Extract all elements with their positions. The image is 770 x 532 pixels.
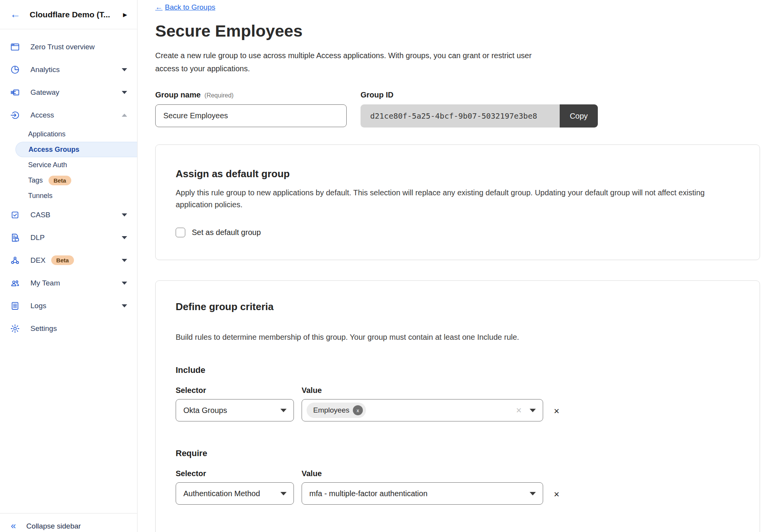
sub-item-label: Tags [28, 176, 43, 185]
group-id-label: Group ID [361, 91, 394, 99]
sidebar-item-applications[interactable]: Applications [0, 126, 137, 142]
chevron-down-icon[interactable] [122, 91, 127, 94]
sidebar-nav: Zero Trust overview Analytics Gateway Ac… [0, 29, 137, 340]
include-selector-dropdown[interactable]: Okta Groups [176, 399, 294, 421]
sidebar-item-my-team[interactable]: My Team [0, 272, 137, 294]
gear-icon [10, 324, 20, 334]
require-selector-dropdown[interactable]: Authentication Method [176, 482, 294, 505]
set-default-group-row[interactable]: Set as default group [176, 228, 740, 237]
sidebar-item-settings[interactable]: Settings [0, 317, 137, 340]
back-link-label: Back to Groups [165, 3, 215, 12]
sidebar-item-dex[interactable]: DEX Beta [0, 249, 137, 272]
collapse-sidebar-label: Collapse sidebar [26, 522, 81, 530]
include-selector-value: Okta Groups [183, 406, 227, 415]
chip-label: Employees [313, 406, 349, 415]
chevron-down-icon[interactable] [122, 213, 127, 216]
employees-chip: Employees x [307, 403, 366, 418]
browser-window-icon [10, 42, 20, 52]
sub-item-label: Access Groups [29, 146, 79, 154]
network-cluster-icon [10, 255, 20, 265]
default-group-card-description: Apply this rule group to new application… [176, 187, 736, 211]
sidebar-item-label: Access [30, 111, 54, 119]
chevron-down-icon[interactable] [122, 282, 127, 285]
clear-values-icon[interactable]: ✕ [516, 406, 522, 415]
chevron-up-icon[interactable] [122, 114, 127, 117]
group-name-field: Group name (Required) [155, 91, 347, 128]
sub-item-label: Applications [28, 130, 65, 138]
value-label: Value [302, 386, 543, 395]
back-arrow-icon: ← [155, 3, 163, 12]
page-title: Secure Employees [155, 22, 770, 40]
expand-account-icon[interactable]: ▶ [123, 12, 127, 18]
sidebar-item-label: CASB [30, 211, 50, 219]
sidebar-item-label: Settings [30, 324, 57, 333]
group-id-field: Group ID d21ce80f-5a25-4bcf-9b07-5032197… [361, 91, 598, 128]
page-description: Create a new rule group to use across mu… [155, 49, 535, 75]
sidebar-item-label: DLP [30, 233, 45, 242]
include-value-multiselect[interactable]: Employees x ✕ [302, 399, 543, 421]
sidebar-item-label: DEX [30, 256, 45, 265]
back-arrow-icon[interactable]: ← [10, 9, 20, 20]
required-hint: (Required) [205, 92, 234, 99]
gateway-icon [10, 87, 20, 97]
chip-remove-icon[interactable]: x [353, 405, 363, 415]
copy-button[interactable]: Copy [560, 104, 598, 128]
account-title[interactable]: Cloudflare Demo (T... [30, 10, 110, 19]
sidebar-item-tags[interactable]: Tags Beta [0, 173, 137, 188]
sidebar-item-service-auth[interactable]: Service Auth [0, 157, 137, 173]
chevron-down-icon[interactable] [122, 236, 127, 239]
casb-check-box-icon [10, 210, 20, 220]
sidebar: ← Cloudflare Demo (T... ▶ Zero Trust ove… [0, 0, 138, 532]
pie-chart-icon [10, 65, 20, 75]
require-selector-value: Authentication Method [183, 489, 260, 498]
back-to-groups-link[interactable]: ← Back to Groups [155, 3, 215, 12]
chevron-down-icon [280, 492, 287, 495]
include-heading: Include [176, 365, 740, 375]
chevron-down-icon [530, 409, 536, 412]
remove-require-rule-icon[interactable]: ✕ [554, 491, 560, 498]
log-list-icon [10, 301, 20, 311]
chevron-down-icon [530, 492, 536, 495]
collapse-sidebar-button[interactable]: « Collapse sidebar [0, 513, 137, 532]
require-rule-row: Selector Authentication Method Value mfa… [176, 469, 740, 505]
require-value-text: mfa - multiple-factor authentication [309, 489, 428, 498]
sidebar-item-gateway[interactable]: Gateway [0, 81, 137, 104]
sidebar-item-label: Logs [30, 302, 46, 310]
sidebar-item-dlp[interactable]: DLP [0, 226, 137, 249]
sidebar-item-tunnels[interactable]: Tunnels [0, 188, 137, 203]
people-icon [10, 278, 20, 288]
include-rule-row: Selector Okta Groups Value Employees x ✕ [176, 386, 740, 421]
beta-badge: Beta [49, 176, 71, 185]
sidebar-item-analytics[interactable]: Analytics [0, 58, 137, 81]
selector-label: Selector [176, 386, 294, 395]
access-submenu: Applications Access Groups Service Auth … [0, 126, 137, 203]
sidebar-item-label: Gateway [30, 88, 59, 97]
main-content: ← Back to Groups Secure Employees Create… [138, 0, 770, 532]
group-form-row: Group name (Required) Group ID d21ce80f-… [155, 91, 770, 128]
group-name-input[interactable] [155, 104, 347, 127]
criteria-card-description: Build rules to determine membership of t… [176, 331, 736, 343]
sub-item-label: Service Auth [28, 161, 67, 169]
set-default-group-checkbox[interactable] [176, 228, 185, 237]
access-login-icon [10, 110, 20, 120]
group-name-label: Group name [155, 91, 201, 99]
selector-label: Selector [176, 469, 294, 478]
chevron-down-icon[interactable] [122, 68, 127, 71]
sidebar-item-access-groups[interactable]: Access Groups [15, 142, 137, 157]
chevron-down-icon[interactable] [122, 259, 127, 262]
sidebar-item-label: My Team [30, 279, 60, 287]
sidebar-item-zero-trust-overview[interactable]: Zero Trust overview [0, 35, 137, 58]
value-label: Value [302, 469, 543, 478]
default-group-card-title: Assign as default group [176, 168, 740, 180]
require-heading: Require [176, 448, 740, 458]
beta-badge: Beta [51, 255, 74, 265]
require-value-dropdown[interactable]: mfa - multiple-factor authentication [302, 482, 543, 505]
sidebar-item-logs[interactable]: Logs [0, 294, 137, 317]
chevron-down-icon[interactable] [122, 304, 127, 307]
sidebar-item-access[interactable]: Access [0, 104, 137, 126]
sidebar-item-casb[interactable]: CASB [0, 203, 137, 226]
sub-item-label: Tunnels [28, 192, 52, 200]
criteria-card: Define group criteria Build rules to det… [155, 280, 760, 532]
default-group-card: Assign as default group Apply this rule … [155, 144, 760, 260]
remove-include-rule-icon[interactable]: ✕ [554, 408, 560, 415]
